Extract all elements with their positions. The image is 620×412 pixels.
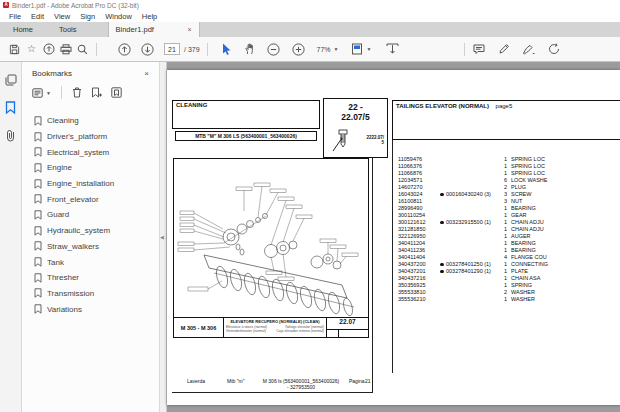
collapse-panel-icon[interactable]: ◀ — [160, 234, 164, 240]
arrow-down-circle-icon — [141, 43, 154, 56]
part-description: SPRING — [511, 282, 618, 289]
search-button[interactable] — [74, 41, 91, 58]
exploded-parts-drawing — [174, 159, 367, 317]
bookmark-item-engine[interactable]: Engine — [34, 160, 159, 176]
options-list-icon — [32, 88, 43, 98]
supersession-marker-icon — [440, 221, 444, 224]
bookmark-item-driver-s-platform[interactable]: Driver's_platform — [34, 129, 159, 145]
zoom-in-button[interactable] — [290, 41, 307, 58]
part-number: 11066376 — [398, 163, 440, 170]
part-number: 11059476 — [398, 156, 440, 163]
pdf-page: CLEANING MTB "M" M 306 LS (563400001_563… — [167, 70, 620, 405]
zoom-out-button[interactable] — [265, 41, 282, 58]
bookmark-icon — [34, 241, 42, 251]
bookmark-item-front-elevator[interactable]: Front_elevator — [34, 191, 159, 207]
fill-sign-button[interactable] — [520, 41, 537, 58]
supersession-code: 003232915500 (1) — [440, 219, 497, 226]
bookmark-item-hydraulic-system[interactable]: Hydraulic_system — [34, 223, 159, 239]
delete-bookmark-icon[interactable] — [72, 87, 82, 98]
bookmark-icon — [34, 194, 42, 204]
search-icon — [77, 44, 88, 55]
part-description: BEARING — [511, 205, 618, 212]
bookmark-item-engine-installation[interactable]: Engine_installation — [34, 176, 159, 192]
tab-document[interactable]: Binder1.pdf × — [108, 22, 200, 37]
panel-splitter[interactable]: ◀ — [160, 62, 167, 412]
bookmark-label: Front_elevator — [47, 195, 99, 204]
quantity: 6 — [497, 177, 507, 184]
bookmark-item-tank[interactable]: Tank — [34, 254, 159, 270]
table-row: 146072702PLUG — [398, 184, 618, 191]
table-row: 110594761SPRING LOC — [398, 156, 618, 163]
next-page-button[interactable] — [139, 41, 156, 58]
close-panel-icon[interactable]: × — [144, 69, 149, 78]
page-thumbnails-icon[interactable] — [5, 74, 17, 86]
menu-sign[interactable]: Sign — [75, 12, 100, 21]
zoom-level-dropdown[interactable]: 77% — [315, 46, 333, 53]
bookmarks-panel-icon[interactable] — [5, 101, 16, 114]
bookmark-item-transmission[interactable]: Transmission — [34, 286, 159, 302]
tab-tools[interactable]: Tools — [46, 22, 90, 37]
bookmark-item-variations[interactable]: Variations — [34, 301, 159, 317]
menu-view[interactable]: View — [49, 12, 75, 21]
print-button[interactable] — [57, 41, 74, 58]
send-for-review-button[interactable] — [545, 41, 562, 58]
part-description: BEARING — [511, 240, 618, 247]
annotation-tools-group — [459, 41, 562, 58]
star-button[interactable]: ☆ — [23, 41, 40, 58]
menu-window[interactable]: Window — [100, 12, 137, 21]
bookmark-icon — [34, 288, 42, 298]
bookmark-icon — [34, 257, 42, 267]
hand-tool-button[interactable] — [242, 41, 259, 58]
part-description: LOCK WASHE — [511, 177, 618, 184]
table-row: 3001102541GEAR — [398, 212, 618, 219]
diagram-subtitle-es: Caja elevador retorno (normal) — [276, 329, 324, 333]
bookmark-item-thresher[interactable]: Thresher — [34, 270, 159, 286]
supersession-code: 003278401290 (1) — [440, 268, 497, 275]
table-row: 3404112041BEARING — [398, 240, 618, 247]
chevron-down-icon[interactable]: ▼ — [367, 46, 372, 52]
attachments-icon[interactable] — [5, 129, 16, 142]
ref-number-line2: 22.07/5 — [324, 112, 387, 122]
bookmark-item-cleaning[interactable]: Cleaning — [34, 113, 159, 129]
new-bookmark-icon[interactable] — [91, 87, 102, 98]
part-description: FLANGE COU — [511, 254, 618, 261]
table-row: 3555338102WASHER — [398, 289, 618, 296]
previous-page-button[interactable] — [116, 41, 133, 58]
menu-edit[interactable]: Edit — [26, 12, 49, 21]
table-row: 161008113NUT — [398, 198, 618, 205]
menu-file[interactable]: File — [4, 12, 26, 21]
page-number-input[interactable]: 21 — [164, 43, 180, 55]
part-description: PLATE — [511, 268, 618, 275]
page-footer: Laverda Mtb "m" M 306 ls (563400001_5634… — [167, 373, 620, 395]
document-viewport[interactable]: CLEANING MTB "M" M 306 LS (563400001_563… — [167, 62, 620, 412]
bookmark-icon — [34, 226, 42, 236]
part-description: AUGER — [511, 233, 618, 240]
chevron-down-icon[interactable]: ▼ — [334, 46, 339, 52]
share-button[interactable] — [40, 41, 57, 58]
save-icon — [9, 44, 20, 55]
table-row: 110663761SPRING LOC — [398, 163, 618, 170]
quantity: 1 — [497, 268, 507, 275]
page-display-button[interactable] — [349, 41, 366, 58]
bookmark-item-guard[interactable]: Guard — [34, 207, 159, 223]
quantity: 1 — [497, 275, 507, 282]
main-area: Bookmarks × ▼ CleaningDriver's_platformE… — [0, 62, 620, 412]
expand-bookmark-icon[interactable] — [111, 87, 122, 98]
menu-help[interactable]: Help — [137, 12, 162, 21]
minus-circle-icon — [267, 43, 280, 56]
edit-pdf-button[interactable] — [495, 41, 512, 58]
bookmark-label: Hydraulic_system — [47, 226, 110, 235]
table-row: 340437201003278401290 (1)1PLATE — [398, 268, 618, 275]
select-tool-button[interactable] — [219, 41, 236, 58]
bookmark-icon — [34, 163, 42, 173]
chapter-page-ref: page5 — [496, 103, 513, 109]
bookmark-item-straw-walkers[interactable]: Straw_walkers — [34, 239, 159, 255]
tab-home[interactable]: Home — [0, 22, 46, 37]
bookmark-options-button[interactable]: ▼ — [32, 88, 51, 98]
table-row: 3503569251SPRING — [398, 282, 618, 289]
fit-width-button[interactable] — [384, 41, 401, 58]
comment-button[interactable] — [470, 41, 487, 58]
close-tab-icon[interactable]: × — [187, 26, 191, 33]
save-button[interactable] — [6, 41, 23, 58]
bookmark-item-electrical-system[interactable]: Electrical_system — [34, 144, 159, 160]
